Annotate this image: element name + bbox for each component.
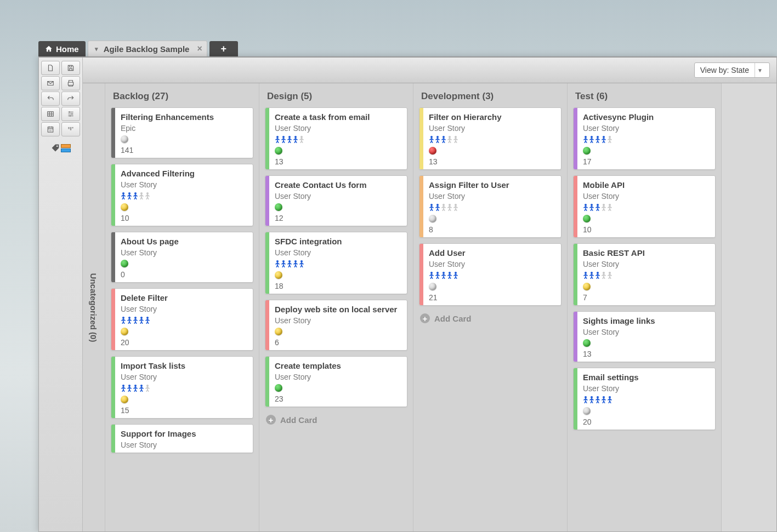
card-title: Activesync Plugin [583,112,710,122]
card-points: 20 [583,417,710,426]
lane-uncategorized[interactable]: Uncategorized (0) [83,83,105,531]
main-toolbar: View by: State ▼ [83,58,776,83]
person-icon [429,135,434,144]
sliders-icon [67,110,75,118]
person-icon [595,396,600,404]
card[interactable]: SFDC integrationUser Story18 [265,232,407,294]
card-points: 23 [275,394,401,403]
toolbar-mail-button[interactable] [41,76,60,90]
card-points: 6 [275,338,401,347]
tab-file[interactable]: ▾ Agile Backlog Sample × [88,41,207,56]
card-stripe [265,108,269,169]
card-people [583,203,710,212]
card-status-row [583,147,710,155]
lane-body: Create a task from emailUser Story13Crea… [259,107,413,531]
toolbar-new-button[interactable] [41,61,60,75]
card[interactable]: Support for ImagesUser Story [111,424,253,453]
card-people [121,384,247,393]
person-icon [583,271,588,280]
add-card-button[interactable]: +Add Card [419,311,562,325]
card[interactable]: Create Contact Us formUser Story12 [265,175,407,226]
lane-header[interactable]: Backlog (27) [105,83,259,107]
toolbar-sliders-button[interactable] [61,107,80,121]
card-points: 13 [429,157,555,166]
toolbar-highlight-button[interactable] [41,141,80,155]
status-ball [429,215,436,222]
tab-close-icon[interactable]: × [197,44,202,53]
card-stripe [574,176,577,237]
card-title: Add User [429,248,555,258]
lane-body: Filtering EnhancementsEpic141Advanced Fi… [105,107,259,531]
card[interactable]: Filter on HierarchyUser Story13 [419,107,562,170]
lane-header[interactable]: Test (6) [568,83,721,107]
person-icon [607,396,612,404]
card[interactable]: Create templatesUser Story23 [265,356,407,407]
card-status-row [583,215,710,222]
card[interactable]: Assign Filter to UserUser Story8 [419,175,562,238]
card-stripe [111,357,115,418]
tab-add[interactable]: + [209,41,238,56]
card-status-row [121,396,247,403]
toolbar-redo-button[interactable] [61,91,80,106]
toolbar-save-button[interactable] [61,61,80,75]
card[interactable]: Mobile APIUser Story10 [573,175,716,238]
card-title: Deploy web site on local server [275,305,401,314]
status-ball [583,407,591,415]
card-people [121,316,247,325]
card-status-row [275,271,401,279]
toolbar-print-button[interactable] [61,76,80,90]
person-icon [441,135,446,144]
card[interactable]: Sights image linksUser Story13 [573,311,716,362]
person-icon [287,135,292,144]
card[interactable]: Create a task from emailUser Story13 [265,107,407,170]
lane-development: Development (3)Filter on HierarchyUser S… [413,83,568,531]
person-icon [435,135,440,144]
tab-home[interactable]: Home [38,41,86,56]
card[interactable]: Activesync PluginUser Story17 [573,107,716,170]
card-title: Create templates [275,361,401,371]
add-card-button[interactable]: +Add Card [265,413,407,427]
card[interactable]: Filtering EnhancementsEpic141 [111,107,253,158]
toolbar-undo-button[interactable] [41,91,60,106]
card-title: Import Task lists [121,361,247,371]
card-status-row [121,203,247,211]
card-title: Assign Filter to User [429,180,555,190]
card-people [583,271,710,280]
card-status-row [121,260,247,267]
svg-rect-3 [72,127,73,128]
card-type: User Story [121,373,247,381]
card[interactable]: Add UserUser Story21 [419,243,562,306]
person-icon [453,135,458,144]
card-points: 15 [121,406,247,415]
viewby-select[interactable]: View by: State ▼ [694,62,770,78]
card-type: User Story [275,316,401,325]
card[interactable]: Email settingsUser Story20 [573,368,716,430]
card-title: Create Contact Us form [275,180,401,190]
toolbar-board-button[interactable] [61,122,80,136]
person-icon [607,135,612,144]
mini-toolbar: 31 [39,58,83,531]
card[interactable]: About Us pageUser Story0 [111,232,253,283]
status-ball [275,328,282,335]
person-icon [281,135,286,144]
card[interactable]: Advanced FilteringUser Story10 [111,164,253,226]
svg-point-4 [56,146,58,147]
toolbar-grid-button[interactable] [41,107,60,121]
toolbar-calendar-button[interactable]: 31 [41,122,60,136]
person-icon [133,384,138,393]
lane-header[interactable]: Design (5) [259,83,413,107]
card-points: 21 [429,293,555,302]
person-icon [441,203,446,212]
card[interactable]: Import Task listsUser Story15 [111,356,253,419]
card-people [275,135,401,144]
card[interactable]: Basic REST APIUser Story7 [573,243,716,306]
card-stripe [111,289,115,350]
card[interactable]: Delete FilterUser Story20 [111,288,253,351]
card[interactable]: Deploy web site on local serverUser Stor… [265,300,407,351]
lane-header[interactable]: Development (3) [413,83,567,107]
card-stripe [574,244,577,305]
lane-backlog: Backlog (27)Filtering EnhancementsEpic14… [105,83,259,531]
tab-dropdown-icon[interactable]: ▾ [95,45,98,53]
card-type: User Story [275,192,401,201]
status-ball [275,147,282,155]
